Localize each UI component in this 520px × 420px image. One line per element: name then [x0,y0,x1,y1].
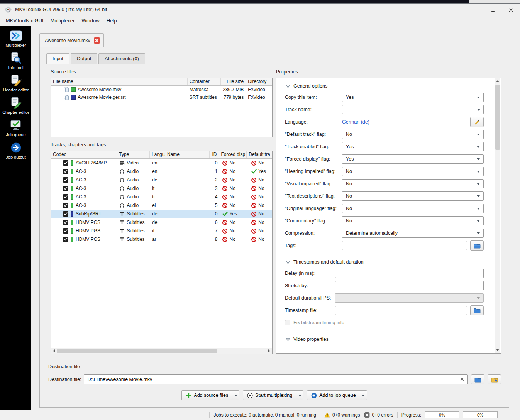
track-row[interactable]: AC-3 Audio tr 4 No No [51,193,272,201]
commentary-flag-select[interactable]: No [342,216,484,225]
scrollbar-track[interactable] [495,84,500,347]
sidebar-item-info-tool[interactable]: Info tool [8,52,23,70]
track-checkbox[interactable] [63,211,68,217]
scrollbar-track[interactable] [57,348,266,354]
destination-favorite-folder-button[interactable] [488,374,501,384]
copy-this-item-select[interactable]: Yes [342,93,484,102]
track-name-input[interactable] [342,105,477,114]
sidebar-item-job-output[interactable]: Job output [6,141,25,159]
visual-impaired-flag-select[interactable]: No [342,179,484,188]
track-enabled-flag-select[interactable]: Yes [342,142,484,151]
col-name[interactable]: Name [165,151,210,158]
section-video-properties[interactable]: Video properties [286,337,484,342]
track-row[interactable]: HDMV PGS Subtitles ar 8 No No [51,235,272,244]
track-checkbox[interactable] [63,169,68,174]
clear-destination-icon[interactable] [460,377,464,382]
field-label: Copy this item: [285,95,342,100]
add-to-job-queue-button[interactable]: Add to job queue [307,390,360,400]
horizontal-scrollbar[interactable] [51,348,272,354]
sidebar-item-multiplexer[interactable]: Multiplexer [5,29,26,47]
forced-display-flag-select[interactable]: Yes [342,154,484,164]
track-codec: HDMV PGS [76,228,100,234]
destination-file-input[interactable] [84,374,468,384]
menu-help[interactable]: Help [103,16,120,25]
source-file-row[interactable]: Awesome Movie.ger.srt SRT subtitles 779 … [51,93,272,101]
delay-input[interactable] [335,269,484,278]
track-checkbox[interactable] [63,203,68,208]
track-checkbox[interactable] [63,194,68,200]
track-row[interactable]: HDMV PGS Subtitles it 7 No No [51,227,272,235]
file-tab[interactable]: Awesome Movie.mkv [39,33,104,47]
section-general-options[interactable]: General options [286,83,484,89]
timestamp-file-browse-button[interactable] [470,305,484,315]
col-file-size[interactable]: File size [221,78,246,85]
start-multiplexing-button[interactable]: Start multiplexing [243,390,296,400]
col-default-track[interactable]: Default tra [247,151,272,158]
vertical-scrollbar[interactable] [495,78,500,353]
menu-window[interactable]: Window [78,16,103,25]
destination-browse-button[interactable] [471,374,484,384]
col-id[interactable]: ID [210,151,219,158]
chevron-down-icon[interactable] [477,109,480,111]
track-checkbox[interactable] [63,177,68,183]
tab-attachments[interactable]: Attachments (0) [98,53,145,64]
col-language[interactable]: Langua [150,151,165,158]
scroll-down-arrow[interactable] [495,347,501,353]
start-multiplexing-menu-arrow[interactable] [296,390,303,400]
track-checkbox[interactable] [63,228,68,234]
section-timestamps[interactable]: Timestamps and default duration [286,259,484,265]
menu-mkvtoolnix-gui[interactable]: MKVToolNix GUI [2,16,47,25]
language-link[interactable]: German (de) [342,119,369,125]
track-row[interactable]: AC-3 Audio el 5 No No [51,201,272,210]
track-checkbox[interactable] [63,237,68,242]
hearing-impaired-flag-select[interactable]: No [342,167,484,176]
add-source-files-menu-arrow[interactable] [232,390,239,400]
menu-multiplexer[interactable]: Multiplexer [47,16,78,25]
col-forced-display[interactable]: Forced disp [219,151,247,158]
stretch-by-input[interactable] [335,281,484,290]
track-row[interactable]: AC-3 Audio de 2 No No [51,176,272,184]
add-source-files-button[interactable]: Add source files [181,390,232,400]
compression-select[interactable]: Determine automatically [342,229,484,238]
track-row-selected[interactable]: SubRip/SRT Subtitles de 0 Yes No [51,210,272,218]
maximize-button[interactable] [484,4,502,15]
sidebar-item-chapter-editor[interactable]: Chapter editor [2,97,29,115]
errors-status: 0+0 errors [364,412,393,418]
track-checkbox[interactable] [63,160,68,166]
track-checkbox[interactable] [63,220,68,225]
default-track-flag-select[interactable]: No [342,130,484,139]
tab-input[interactable]: Input [46,53,69,64]
edit-language-button[interactable] [470,117,484,127]
scrollbar-thumb[interactable] [57,349,217,353]
col-container[interactable]: Container [188,78,221,85]
col-codec[interactable]: Codec [51,151,117,158]
timestamp-file-input[interactable] [335,306,467,315]
col-type[interactable]: Type [117,151,150,158]
scroll-up-arrow[interactable] [495,78,501,84]
scroll-left-arrow[interactable] [51,348,57,354]
track-row[interactable]: AVC/H.264/MP... Video en 0 No No [51,159,272,167]
background-edge-right [469,0,520,3]
sidebar-item-job-queue[interactable]: Job queue [6,119,25,137]
close-button[interactable] [502,4,520,15]
track-row[interactable]: HDMV PGS Subtitles de 6 No No [51,218,272,227]
file-tab-close-icon[interactable] [94,37,100,44]
add-to-job-queue-menu-arrow[interactable] [360,390,367,400]
track-row[interactable]: AC-3 Audio en 1 No Yes [51,167,272,176]
scrollbar-thumb[interactable] [495,85,500,150]
text-descriptions-flag-select[interactable]: No [342,191,484,201]
sidebar-item-header-editor[interactable]: Header editor [3,74,29,92]
tags-input[interactable] [342,241,467,250]
original-language-flag-select[interactable]: No [342,204,484,213]
col-directory[interactable]: Directory [246,78,272,85]
track-id: 5 [210,201,219,210]
col-file-name[interactable]: File name [51,78,188,85]
source-file-row[interactable]: Awesome Movie.mkv Matroska 286.7 MiB F:\… [51,86,272,93]
play-icon [247,393,253,398]
minimize-button[interactable] [466,4,484,15]
track-row[interactable]: AC-3 Audio it 3 No No [51,184,272,193]
tags-browse-button[interactable] [470,240,484,251]
tab-output[interactable]: Output [71,53,98,64]
track-checkbox[interactable] [63,186,68,191]
scroll-right-arrow[interactable] [266,348,272,354]
